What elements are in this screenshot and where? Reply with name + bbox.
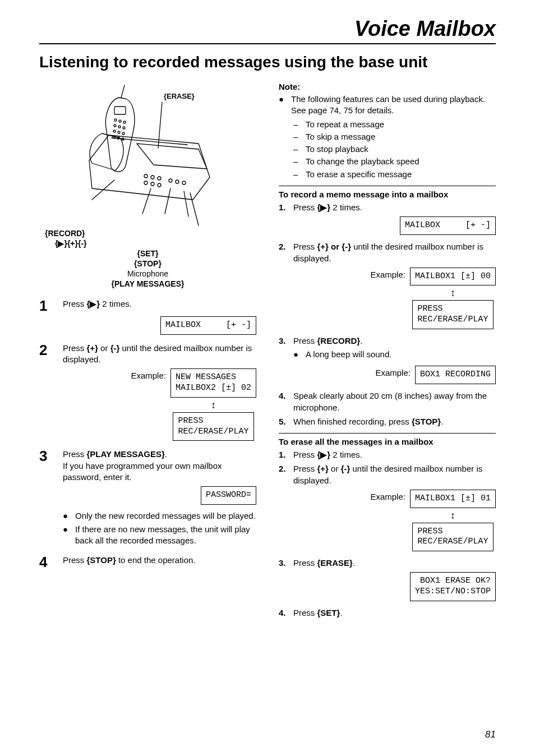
step-body: Press {PLAY MESSAGES}. If you have progr… [63, 449, 256, 483]
svg-line-22 [121, 85, 124, 98]
step-number: 3. [279, 335, 289, 362]
key-minus: {-} [342, 242, 351, 251]
lcd-display: PRESS REC/ERASE/PLAY [412, 523, 493, 552]
bullet-icon: ● [63, 524, 71, 547]
svg-point-21 [182, 181, 186, 185]
device-illustration: {ERASE} [58, 82, 238, 228]
svg-point-2 [119, 120, 121, 122]
text: or [98, 343, 110, 353]
step-number: 4. [279, 607, 289, 619]
dash-item: –To change the playback speed [293, 156, 496, 167]
key-play: {▶} [317, 450, 331, 459]
step-body: Press {ERASE}. [293, 557, 496, 569]
text: . [353, 558, 355, 568]
step-number: 2. [279, 463, 289, 486]
bullet-icon: ● [279, 94, 287, 117]
step-body: Press {▶} 2 times. [293, 201, 496, 213]
svg-point-1 [114, 119, 117, 121]
text: . [441, 417, 443, 426]
step-body: When finished recording, press {STOP}. [293, 416, 496, 427]
text: Press [63, 555, 87, 565]
step-bullets: ● Only the new recorded messages will be… [63, 510, 256, 547]
text: Press [293, 608, 317, 617]
note-bullet: ● The following features can be used dur… [279, 94, 496, 117]
lcd-display: MAILBOX1 [±] 00 [410, 268, 496, 286]
step-number: 2. [279, 241, 289, 264]
key-erase: {ERASE} [317, 558, 353, 568]
step-body: Press {▶} 2 times. [293, 449, 496, 460]
dash-item: –To skip a message [293, 131, 496, 142]
text: . [165, 449, 167, 459]
step-number: 4. [279, 390, 289, 413]
svg-line-27 [184, 191, 188, 216]
step-number: 1. [279, 201, 289, 213]
dash-item: –To stop playback [293, 144, 496, 155]
left-step-2: 2 Press {+} or {-} until the desired mai… [39, 343, 256, 366]
left-step-1: 1 Press {▶} 2 times. [39, 298, 256, 313]
svg-point-10 [113, 136, 115, 138]
dash-icon: – [293, 156, 301, 167]
step-number: 4 [39, 555, 54, 569]
example-label: Example: [370, 268, 405, 279]
dash-text: To erase a specific message [306, 169, 412, 180]
memo-step-3: 3. Press {RECORD}. ● A long beep will so… [279, 335, 496, 362]
dash-icon: – [293, 131, 301, 142]
bullet: ● A long beep will sound. [293, 349, 496, 360]
step-number: 3 [39, 449, 54, 463]
memo-step-2: 2. Press {+} or {-} until the desired ma… [279, 241, 496, 264]
bullet-icon: ● [293, 349, 301, 360]
divider [279, 433, 496, 434]
left-step-3: 3 Press {PLAY MESSAGES}. If you have pro… [39, 449, 256, 483]
key-record: {RECORD} [317, 336, 361, 345]
fig-keys-label: {▶}{+}{-} [55, 239, 256, 248]
key-minus: {-} [110, 343, 120, 353]
text: If you have programmed your own mailbox … [63, 461, 222, 482]
lcd-stack: MAILBOX1 [±] 00 ↕ PRESS REC/ERASE/PLAY [410, 268, 496, 329]
text: to end the operation. [116, 555, 196, 565]
dash-text: To change the playback speed [306, 156, 419, 167]
lcd-display: BOX1 RECORDING [415, 366, 496, 384]
text: Press [293, 336, 317, 345]
example-label: Example: [370, 490, 405, 501]
svg-point-20 [176, 180, 179, 183]
svg-point-18 [158, 183, 161, 187]
example-label: Example: [131, 368, 166, 380]
svg-point-11 [117, 137, 119, 139]
text: Press [63, 343, 87, 353]
memo-step-4: 4. Speak clearly about 20 cm (8 inches) … [279, 390, 496, 413]
key-plus: {+} [317, 242, 329, 251]
memo-step-1: 1. Press {▶} 2 times. [279, 201, 496, 213]
svg-line-24 [92, 180, 114, 200]
svg-rect-0 [114, 107, 126, 114]
example-row: Example: MAILBOX1 [±] 01 ↕ PRESS REC/ERA… [279, 490, 496, 551]
text: 2 times. [330, 450, 362, 459]
svg-line-23 [158, 102, 162, 148]
dash-icon: – [293, 169, 301, 180]
text: 2 times. [100, 299, 132, 308]
example-row: Example: MAILBOX1 [±] 00 ↕ PRESS REC/ERA… [279, 268, 496, 329]
page-number: 81 [485, 729, 496, 740]
lcd-stack: MAILBOX1 [±] 01 ↕ PRESS REC/ERASE/PLAY [410, 490, 496, 551]
svg-point-9 [122, 132, 124, 135]
step-body: Press {+} or {-} until the desired mailb… [293, 241, 496, 264]
svg-point-19 [169, 179, 172, 182]
dash-text: To stop playback [306, 144, 368, 155]
fig-playmessages-label: {PLAY MESSAGES} [39, 279, 256, 288]
updown-icon: ↕ [211, 400, 216, 410]
key-stop: {STOP} [412, 417, 441, 426]
svg-line-25 [142, 188, 151, 214]
bullet-text: A long beep will sound. [306, 349, 496, 360]
lcd-display: PRESS REC/ERASE/PLAY [173, 412, 253, 441]
lcd-stack: NEW MESSAGES MAILBOX2 [±] 02 ↕ PRESS REC… [170, 368, 256, 441]
bullet: ● If there are no new messages, the unit… [63, 524, 256, 547]
text: 2 times. [330, 202, 362, 212]
chapter-title: Voice Mailbox [39, 17, 496, 41]
svg-point-17 [151, 182, 154, 186]
step-body: Press {STOP} to end the operation. [63, 555, 256, 566]
svg-point-7 [113, 130, 116, 132]
lcd-display: PRESS REC/ERASE/PLAY [412, 300, 493, 329]
dash-text: To skip a message [306, 131, 375, 142]
text: Press [293, 242, 317, 251]
svg-point-14 [151, 176, 154, 179]
svg-point-13 [144, 174, 147, 178]
